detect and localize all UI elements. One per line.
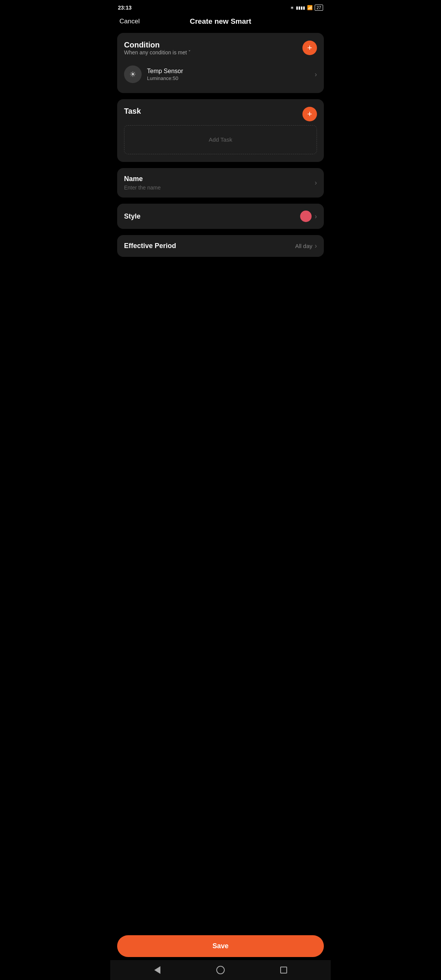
name-chevron: › bbox=[315, 179, 317, 187]
style-chevron: › bbox=[315, 212, 317, 220]
task-title: Task bbox=[124, 107, 141, 116]
condition-card-header: Condition When any condition is met ˅ + bbox=[124, 41, 317, 62]
back-nav-button[interactable] bbox=[151, 964, 163, 976]
effective-period-label: Effective Period bbox=[124, 242, 176, 250]
recent-nav-button[interactable] bbox=[278, 964, 290, 976]
status-icons: ∗ ▮▮▮▮ 📶 27 bbox=[290, 5, 323, 11]
style-color-dot bbox=[300, 211, 312, 222]
add-condition-icon: + bbox=[307, 44, 312, 52]
name-placeholder: Enter the name bbox=[124, 185, 315, 191]
style-card[interactable]: Style › bbox=[117, 204, 324, 229]
condition-item-name: Temp Sensor bbox=[147, 68, 309, 75]
effective-period-right: All day › bbox=[295, 242, 317, 250]
condition-subtitle: When any condition is met ˅ bbox=[124, 49, 191, 56]
add-task-button[interactable]: + bbox=[302, 107, 317, 121]
status-time: 23:13 bbox=[118, 5, 132, 11]
bluetooth-icon: ∗ bbox=[290, 5, 294, 10]
status-bar: 23:13 ∗ ▮▮▮▮ 📶 27 bbox=[110, 0, 331, 14]
task-card-header: Task + bbox=[124, 107, 317, 121]
condition-title: Condition bbox=[124, 41, 191, 49]
wifi-icon: 📶 bbox=[307, 5, 313, 10]
home-nav-button[interactable] bbox=[214, 964, 227, 976]
style-label: Style bbox=[124, 212, 140, 220]
cancel-button[interactable]: Cancel bbox=[119, 18, 140, 25]
effective-period-card[interactable]: Effective Period All day › bbox=[117, 235, 324, 257]
save-button[interactable]: Save bbox=[117, 935, 324, 957]
add-condition-button[interactable]: + bbox=[302, 41, 317, 55]
condition-title-group: Condition When any condition is met ˅ bbox=[124, 41, 191, 62]
name-content: Name Enter the name bbox=[124, 175, 315, 191]
name-card[interactable]: Name Enter the name › bbox=[117, 168, 324, 198]
name-label: Name bbox=[124, 175, 315, 183]
sun-icon: ☀ bbox=[129, 70, 136, 79]
temp-sensor-icon: ☀ bbox=[124, 65, 142, 83]
save-button-container: Save bbox=[117, 935, 324, 957]
signal-icon: ▮▮▮▮ bbox=[296, 5, 305, 10]
add-task-area[interactable]: Add Task bbox=[124, 125, 317, 154]
recent-nav-icon bbox=[280, 967, 287, 973]
effective-period-value: All day bbox=[295, 243, 312, 249]
home-nav-icon bbox=[216, 966, 225, 974]
condition-item-text: Temp Sensor Luminance:50 bbox=[147, 68, 309, 81]
page-title: Create new Smart bbox=[190, 17, 252, 26]
battery-icon: 27 bbox=[315, 5, 323, 11]
add-task-icon: + bbox=[307, 110, 312, 118]
condition-item-value: Luminance:50 bbox=[147, 75, 309, 81]
condition-item[interactable]: ☀ Temp Sensor Luminance:50 › bbox=[124, 63, 317, 85]
condition-dropdown-arrow[interactable]: ˅ bbox=[188, 50, 191, 55]
back-nav-icon bbox=[154, 966, 160, 974]
condition-item-chevron: › bbox=[315, 70, 317, 78]
nav-bar bbox=[110, 960, 331, 980]
effective-period-chevron: › bbox=[315, 242, 317, 250]
task-card: Task + Add Task bbox=[117, 99, 324, 162]
add-task-placeholder: Add Task bbox=[209, 136, 232, 143]
condition-subtitle-text: When any condition is met bbox=[124, 49, 187, 56]
main-content: Condition When any condition is met ˅ + … bbox=[110, 33, 331, 313]
header: Cancel Create new Smart bbox=[110, 14, 331, 33]
style-right: › bbox=[300, 211, 317, 222]
condition-card: Condition When any condition is met ˅ + … bbox=[117, 33, 324, 93]
